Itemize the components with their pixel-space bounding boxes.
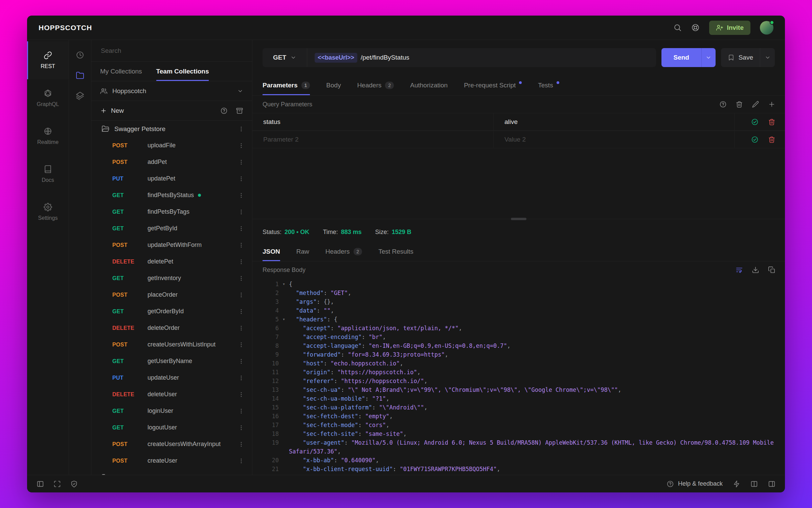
request-options-button[interactable] — [238, 375, 245, 381]
collection-request-findPetsByTags[interactable]: GETfindPetsByTags — [91, 204, 252, 220]
param-key-input[interactable] — [263, 118, 483, 126]
bulk-edit-button[interactable] — [752, 101, 759, 108]
column-layout-button[interactable] — [750, 480, 758, 488]
send-button[interactable]: Send — [661, 48, 701, 67]
request-tab-pre-request-script[interactable]: Pre-request Script — [464, 75, 522, 95]
response-body-viewer[interactable]: 1▾{2 "method": "GET",3 "args": {},4 "dat… — [252, 278, 785, 475]
collection-request-placeOrder[interactable]: POSTplaceOrder — [91, 287, 252, 303]
resize-handle[interactable] — [511, 218, 526, 220]
new-collection-button[interactable]: New — [100, 107, 124, 114]
subnav-item-environments[interactable] — [72, 87, 88, 104]
request-options-button[interactable] — [238, 458, 245, 464]
save-button[interactable]: Save — [721, 48, 760, 67]
nav-item-docs[interactable]: Docs — [27, 155, 69, 193]
fold-toggle-icon[interactable]: ▾ — [279, 280, 289, 289]
request-options-button[interactable] — [238, 292, 245, 298]
add-param-button[interactable] — [768, 101, 775, 108]
delete-param-button[interactable] — [768, 136, 775, 143]
collection-request-uploadFile[interactable]: POSTuploadFile — [91, 137, 252, 154]
request-options-button[interactable] — [238, 341, 245, 348]
collection-request-createUsersWithArrayInput[interactable]: POSTcreateUsersWithArrayInput — [91, 436, 252, 452]
request-options-button[interactable] — [238, 209, 245, 215]
request-options-button[interactable] — [238, 225, 245, 232]
response-tab-headers[interactable]: Headers2 — [325, 242, 362, 261]
response-tab-test-results[interactable]: Test Results — [378, 242, 413, 261]
request-options-button[interactable] — [238, 408, 245, 415]
collection-request-deleteOrder[interactable]: DELETEdeleteOrder — [91, 320, 252, 336]
nav-item-graphql[interactable]: GraphQL — [27, 79, 69, 117]
request-options-button[interactable] — [238, 192, 245, 199]
collection-request-updatePet[interactable]: PUTupdatePet — [91, 170, 252, 187]
request-tab-parameters[interactable]: Parameters1 — [263, 75, 310, 95]
request-options-button[interactable] — [238, 358, 245, 365]
collection-request-loginUser[interactable]: GETloginUser — [91, 403, 252, 419]
interceptor-button[interactable] — [733, 480, 740, 488]
request-options-button[interactable] — [238, 242, 245, 249]
security-button[interactable] — [70, 480, 78, 488]
collection-folder-partial[interactable] — [91, 469, 252, 475]
request-tab-authorization[interactable]: Authorization — [410, 75, 448, 95]
collection-request-getOrderById[interactable]: GETgetOrderById — [91, 303, 252, 320]
toggle-param-button[interactable] — [751, 136, 759, 143]
collections-tab-my-collections[interactable]: My Collections — [100, 62, 142, 81]
subnav-item-collections[interactable] — [72, 66, 88, 84]
fold-toggle-icon[interactable]: ▾ — [279, 315, 289, 324]
save-options-button[interactable] — [760, 48, 775, 67]
request-options-button[interactable] — [238, 441, 245, 448]
param-value-input[interactable] — [504, 135, 724, 144]
param-key-input[interactable] — [263, 135, 483, 144]
request-tab-body[interactable]: Body — [326, 75, 341, 95]
collection-request-createUsersWithListInput[interactable]: POSTcreateUsersWithListInput — [91, 336, 252, 353]
import-export-button[interactable] — [236, 107, 243, 114]
collection-request-getUserByName[interactable]: GETgetUserByName — [91, 353, 252, 369]
request-options-button[interactable] — [238, 325, 245, 332]
request-options-button[interactable] — [238, 142, 245, 149]
request-options-button[interactable] — [238, 275, 245, 282]
collection-request-updatePetWithForm[interactable]: POSTupdatePetWithForm — [91, 237, 252, 253]
collection-request-getInventory[interactable]: GETgetInventory — [91, 270, 252, 287]
collection-request-deleteUser[interactable]: DELETEdeleteUser — [91, 386, 252, 403]
collection-request-getPetById[interactable]: GETgetPetById — [91, 220, 252, 237]
pane-divider[interactable] — [252, 219, 785, 222]
help-feedback-button[interactable]: Help & feedback — [667, 480, 723, 488]
params-help-button[interactable] — [719, 101, 727, 108]
collections-search-input[interactable] — [100, 47, 243, 55]
collection-request-findPetsByStatus[interactable]: GETfindPetsByStatus — [91, 187, 252, 204]
collection-request-deletePet[interactable]: DELETEdeletePet — [91, 253, 252, 270]
support-button[interactable] — [691, 23, 700, 32]
nav-item-realtime[interactable]: Realtime — [27, 117, 69, 155]
toggle-right-panel-button[interactable] — [768, 480, 775, 488]
collections-tab-team-collections[interactable]: Team Collections — [156, 62, 209, 81]
copy-response-button[interactable] — [768, 266, 775, 274]
request-tab-headers[interactable]: Headers2 — [357, 75, 394, 95]
team-selector[interactable]: Hoppscotch — [91, 81, 252, 101]
response-tab-raw[interactable]: Raw — [296, 242, 309, 261]
request-tab-tests[interactable]: Tests — [538, 75, 559, 95]
url-input[interactable]: <<baseUrl>> /pet/findByStatus — [307, 48, 656, 67]
request-options-button[interactable] — [238, 391, 245, 398]
collection-request-logoutUser[interactable]: GETlogoutUser — [91, 419, 252, 436]
request-options-button[interactable] — [238, 424, 245, 431]
invite-button[interactable]: Invite — [709, 21, 750, 35]
search-button[interactable] — [673, 23, 682, 32]
collections-help-button[interactable] — [220, 107, 228, 114]
collection-folder[interactable]: Swagger Petstore — [91, 121, 252, 137]
app-logo[interactable]: HOPPSCOTCH — [39, 24, 92, 32]
avatar[interactable] — [760, 21, 773, 35]
response-tab-json[interactable]: JSON — [263, 242, 280, 261]
request-options-button[interactable] — [238, 175, 245, 182]
request-options-button[interactable] — [238, 308, 245, 315]
send-options-button[interactable] — [701, 48, 716, 67]
nav-item-settings[interactable]: Settings — [27, 193, 69, 231]
param-value-input[interactable] — [504, 118, 724, 126]
nav-item-rest[interactable]: REST — [27, 41, 69, 79]
delete-param-button[interactable] — [768, 118, 775, 126]
collection-request-createUser[interactable]: POSTcreateUser — [91, 452, 252, 469]
clear-all-params-button[interactable] — [736, 101, 743, 108]
method-select[interactable]: GET — [263, 48, 307, 67]
toggle-param-button[interactable] — [751, 118, 759, 126]
download-response-button[interactable] — [752, 266, 759, 274]
subnav-item-history[interactable] — [72, 46, 88, 64]
collection-request-updateUser[interactable]: PUTupdateUser — [91, 369, 252, 386]
shortcuts-button[interactable] — [53, 480, 61, 488]
